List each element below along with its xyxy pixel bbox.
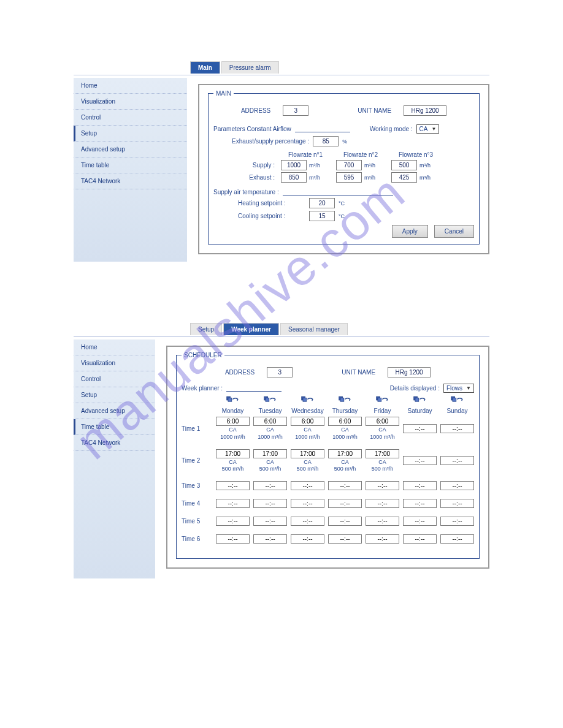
sidebar-item-control[interactable]: Control bbox=[74, 110, 187, 126]
copy-day-icon[interactable] bbox=[216, 395, 250, 405]
sidebar-item-tac4-network[interactable]: TAC4 Network bbox=[74, 173, 187, 189]
time-cell[interactable]: --:-- bbox=[403, 534, 437, 544]
time-cell[interactable]: 6:00 bbox=[216, 417, 250, 426]
time-cell[interactable]: 6:00 bbox=[328, 417, 362, 426]
time-cell[interactable]: --:-- bbox=[403, 499, 437, 508]
unit-name-value[interactable]: HRg 1200 bbox=[388, 367, 431, 377]
supply-2[interactable]: 700 bbox=[336, 160, 362, 170]
tab-setup[interactable]: Setup bbox=[190, 323, 222, 335]
tab-seasonal-manager[interactable]: Seasonal manager bbox=[280, 323, 348, 335]
time-cell[interactable]: --:-- bbox=[440, 424, 474, 433]
time-cell[interactable]: --:-- bbox=[328, 481, 362, 490]
time-cell-flow: 500 m³/h bbox=[253, 466, 287, 472]
time-cell-flow: 1000 m³/h bbox=[253, 434, 287, 441]
cool-value[interactable]: 15 bbox=[309, 211, 335, 221]
time-cell[interactable]: --:-- bbox=[440, 499, 474, 508]
details-select[interactable]: Flows▼ bbox=[443, 384, 474, 393]
time-cell[interactable]: --:-- bbox=[366, 481, 399, 490]
tab-main[interactable]: Main bbox=[190, 61, 220, 74]
sat-label: Supply air temperature : bbox=[213, 189, 279, 195]
divider bbox=[74, 336, 489, 337]
sidebar-item-visualization[interactable]: Visualization bbox=[74, 94, 187, 110]
exhaust-1[interactable]: 850 bbox=[281, 172, 307, 183]
supply-3[interactable]: 500 bbox=[391, 160, 417, 170]
tab-week-planner[interactable]: Week planner bbox=[223, 323, 279, 335]
cancel-button[interactable]: Cancel bbox=[434, 225, 474, 238]
sidebar-item-tac4-network[interactable]: TAC4 Network bbox=[74, 435, 155, 451]
sidebar-item-control[interactable]: Control bbox=[74, 371, 155, 387]
time-cell[interactable]: --:-- bbox=[440, 534, 474, 544]
supply-label: Supply : bbox=[226, 162, 275, 169]
time-cell[interactable]: --:-- bbox=[328, 534, 362, 544]
time-cell[interactable]: 6:00 bbox=[253, 417, 287, 426]
address-value[interactable]: 3 bbox=[283, 105, 308, 116]
exhaust-label: Exhaust : bbox=[226, 174, 275, 181]
unit-name-value[interactable]: HRg 1200 bbox=[404, 105, 446, 116]
copy-day-icon[interactable] bbox=[291, 395, 324, 405]
time-cell[interactable]: 17:00 bbox=[253, 449, 287, 458]
time-cell[interactable]: --:-- bbox=[253, 517, 287, 526]
sidebar-item-time-table[interactable]: Time table bbox=[74, 157, 187, 173]
time-cell[interactable]: --:-- bbox=[403, 481, 437, 490]
time-cell[interactable]: --:-- bbox=[403, 456, 437, 465]
sidebar-item-setup[interactable]: Setup bbox=[74, 126, 187, 142]
time-cell[interactable]: --:-- bbox=[366, 517, 399, 526]
time-row-label: Time 6 bbox=[182, 536, 212, 542]
time-cell[interactable]: --:-- bbox=[291, 534, 324, 544]
svg-rect-3 bbox=[265, 398, 269, 401]
time-cell[interactable]: --:-- bbox=[291, 499, 324, 508]
time-cell[interactable]: --:-- bbox=[440, 456, 474, 465]
time-cell[interactable]: --:-- bbox=[216, 481, 250, 490]
tabs-bottom: SetupWeek plannerSeasonal manager bbox=[190, 323, 489, 335]
time-cell-mode: CA bbox=[253, 459, 287, 466]
sidebar-item-home[interactable]: Home bbox=[74, 78, 187, 94]
day-header: Friday bbox=[366, 408, 399, 414]
working-mode-select[interactable]: CA▼ bbox=[416, 124, 440, 134]
heat-value[interactable]: 20 bbox=[309, 198, 335, 208]
sidebar-item-advanced-setup[interactable]: Advanced setup bbox=[74, 142, 187, 157]
time-cell[interactable]: --:-- bbox=[216, 499, 250, 508]
time-cell[interactable]: 6:00 bbox=[366, 417, 399, 426]
copy-day-icon[interactable] bbox=[403, 395, 437, 405]
unit-name-label: UNIT NAME bbox=[342, 369, 375, 376]
sidebar-item-visualization[interactable]: Visualization bbox=[74, 355, 155, 371]
time-cell[interactable]: --:-- bbox=[440, 517, 474, 526]
time-cell[interactable]: 17:00 bbox=[366, 449, 399, 458]
time-cell[interactable]: --:-- bbox=[366, 499, 399, 508]
sidebar-item-time-table[interactable]: Time table bbox=[74, 419, 155, 435]
time-cell[interactable]: --:-- bbox=[253, 534, 287, 544]
exhaust-3[interactable]: 425 bbox=[391, 172, 417, 183]
time-cell[interactable]: --:-- bbox=[291, 517, 324, 526]
time-row-label: Time 1 bbox=[182, 425, 212, 432]
tab-pressure-alarm[interactable]: Pressure alarm bbox=[221, 61, 279, 74]
time-cell[interactable]: --:-- bbox=[403, 517, 437, 526]
address-value[interactable]: 3 bbox=[267, 367, 293, 377]
time-cell[interactable]: --:-- bbox=[328, 499, 362, 508]
copy-day-icon[interactable] bbox=[328, 395, 362, 405]
sidebar-item-advanced-setup[interactable]: Advanced setup bbox=[74, 403, 155, 419]
time-cell[interactable]: --:-- bbox=[253, 499, 287, 508]
time-cell-mode: CA bbox=[328, 427, 362, 433]
time-cell[interactable]: --:-- bbox=[291, 481, 324, 490]
time-cell[interactable]: --:-- bbox=[328, 517, 362, 526]
time-cell[interactable]: 17:00 bbox=[216, 449, 250, 458]
heat-label: Heating setpoint : bbox=[238, 200, 305, 207]
time-cell[interactable]: 17:00 bbox=[328, 449, 362, 458]
copy-day-icon[interactable] bbox=[440, 395, 474, 405]
time-cell[interactable]: --:-- bbox=[216, 534, 250, 544]
time-cell[interactable]: --:-- bbox=[253, 481, 287, 490]
supply-1[interactable]: 1000 bbox=[281, 160, 307, 170]
time-cell[interactable]: 6:00 bbox=[291, 417, 324, 426]
time-cell[interactable]: --:-- bbox=[440, 481, 474, 490]
time-cell[interactable]: --:-- bbox=[366, 534, 399, 544]
time-cell[interactable]: 17:00 bbox=[291, 449, 324, 458]
sidebar-item-home[interactable]: Home bbox=[74, 339, 155, 355]
copy-day-icon[interactable] bbox=[253, 395, 287, 405]
time-cell[interactable]: --:-- bbox=[216, 517, 250, 526]
sidebar-item-setup[interactable]: Setup bbox=[74, 387, 155, 403]
copy-day-icon[interactable] bbox=[366, 395, 399, 405]
exhaust-pct-value[interactable]: 85 bbox=[313, 136, 339, 146]
time-cell[interactable]: --:-- bbox=[403, 424, 437, 433]
exhaust-2[interactable]: 595 bbox=[336, 172, 362, 183]
apply-button[interactable]: Apply bbox=[392, 225, 428, 238]
